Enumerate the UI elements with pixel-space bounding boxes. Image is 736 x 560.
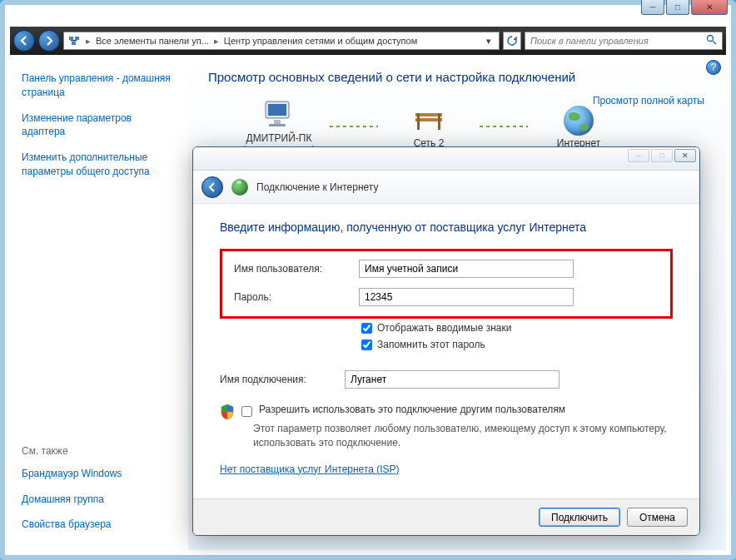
svg-rect-1 bbox=[75, 37, 79, 40]
globe-icon bbox=[559, 104, 599, 137]
see-also-heading: См. также bbox=[22, 445, 177, 457]
dialog-header: Подключение к Интернету bbox=[193, 171, 699, 204]
breadcrumb-item[interactable]: Все элементы панели уп... bbox=[96, 36, 209, 46]
network-center-icon bbox=[67, 34, 81, 47]
search-input[interactable] bbox=[530, 36, 706, 46]
dialog-back-button[interactable] bbox=[201, 176, 223, 198]
internet-globe-icon bbox=[231, 179, 248, 196]
network-connection-line bbox=[480, 126, 528, 127]
dialog-footer: Подключить Отмена bbox=[193, 498, 699, 535]
username-input[interactable] bbox=[359, 260, 574, 278]
sidebar-link-adapter[interactable]: Изменение параметров адаптера bbox=[22, 112, 177, 140]
dialog-maximize-button: □ bbox=[651, 149, 673, 162]
sidebar-link-sharing[interactable]: Изменить дополнительные параметры общего… bbox=[22, 151, 177, 179]
dialog-title: Подключение к Интернету bbox=[256, 181, 379, 193]
address-bar: ▸ Все элементы панели уп... ▸ Центр упра… bbox=[10, 27, 726, 55]
network-node-internet: Интернет bbox=[533, 104, 624, 149]
sidebar-link-firewall[interactable]: Брандмауэр Windows bbox=[22, 467, 177, 481]
bench-icon bbox=[409, 104, 449, 137]
dialog-titlebar: ─ □ ✕ bbox=[193, 147, 699, 171]
search-icon bbox=[706, 34, 717, 47]
svg-rect-0 bbox=[69, 37, 73, 40]
svg-rect-8 bbox=[269, 124, 286, 126]
breadcrumb-item[interactable]: Центр управления сетями и общим доступом bbox=[224, 36, 417, 46]
connect-button[interactable]: Подключить bbox=[539, 508, 620, 527]
node-label: ДМИТРИЙ-ПК bbox=[246, 132, 312, 144]
connection-name-label: Имя подключения: bbox=[220, 374, 345, 385]
breadcrumb-sep-icon: ▸ bbox=[86, 36, 91, 47]
breadcrumb-dropdown-icon[interactable]: ▾ bbox=[482, 36, 495, 47]
nav-forward-button[interactable] bbox=[38, 30, 60, 52]
breadcrumb-field[interactable]: ▸ Все элементы панели уп... ▸ Центр упра… bbox=[63, 32, 500, 50]
dialog-close-button[interactable]: ✕ bbox=[674, 149, 696, 162]
sidebar-link-homegroup[interactable]: Домашняя группа bbox=[22, 493, 177, 507]
network-node-local: Сеть 2 bbox=[383, 104, 475, 149]
full-map-link[interactable]: Просмотр полной карты bbox=[593, 95, 704, 107]
dialog-minimize-button: ─ bbox=[628, 149, 649, 162]
window-maximize-button[interactable]: □ bbox=[666, 0, 689, 15]
no-isp-link[interactable]: Нет поставщика услуг Интернета (ISP) bbox=[220, 463, 400, 475]
page-title: Просмотр основных сведений о сети и наст… bbox=[208, 70, 706, 84]
connection-name-input[interactable] bbox=[345, 370, 559, 389]
breadcrumb-sep-icon: ▸ bbox=[214, 36, 219, 47]
refresh-button[interactable] bbox=[503, 32, 521, 50]
window-close-button[interactable]: ✕ bbox=[691, 0, 728, 15]
dialog-heading: Введите информацию, полученную от постав… bbox=[220, 221, 673, 234]
allow-others-label: Разрешить использовать это подключение д… bbox=[259, 404, 565, 415]
internet-connection-dialog: ─ □ ✕ Подключение к Интернету Введите ин… bbox=[192, 146, 700, 536]
svg-rect-6 bbox=[268, 104, 286, 116]
network-connection-line bbox=[330, 126, 378, 127]
help-button[interactable]: ? bbox=[706, 60, 721, 75]
computer-icon bbox=[259, 99, 299, 132]
nav-back-button[interactable] bbox=[13, 30, 35, 52]
show-chars-checkbox[interactable] bbox=[361, 323, 372, 334]
password-label: Пароль: bbox=[234, 291, 359, 303]
username-label: Имя пользователя: bbox=[234, 263, 359, 275]
window-minimize-button[interactable]: ─ bbox=[641, 0, 664, 15]
svg-rect-11 bbox=[417, 113, 420, 130]
uac-shield-icon bbox=[220, 404, 235, 420]
svg-line-4 bbox=[713, 41, 716, 44]
highlight-box: Имя пользователя: Пароль: bbox=[220, 249, 673, 319]
svg-rect-12 bbox=[438, 113, 440, 130]
remember-password-checkbox[interactable] bbox=[361, 339, 372, 350]
show-chars-label: Отображать вводимые знаки bbox=[377, 322, 511, 334]
svg-point-3 bbox=[708, 36, 714, 42]
cancel-button[interactable]: Отмена bbox=[627, 508, 688, 527]
password-input[interactable] bbox=[359, 288, 574, 306]
allow-others-checkbox[interactable] bbox=[241, 406, 252, 417]
sidebar-link-browser[interactable]: Свойства браузера bbox=[22, 518, 177, 532]
svg-rect-7 bbox=[274, 120, 281, 124]
remember-password-label: Запомнить этот пароль bbox=[377, 339, 485, 350]
sidebar: Панель управления - домашняя страница Из… bbox=[10, 55, 188, 550]
search-field[interactable] bbox=[525, 32, 723, 50]
sidebar-link-home[interactable]: Панель управления - домашняя страница bbox=[22, 72, 177, 100]
allow-others-description: Этот параметр позволяет любому пользоват… bbox=[253, 422, 673, 450]
